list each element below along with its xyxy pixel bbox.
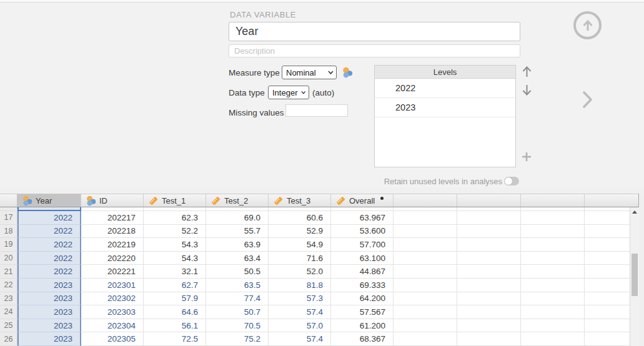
table-cell[interactable]: 57.0 [269, 319, 331, 333]
table-cell[interactable]: 57.3 [269, 292, 331, 306]
empty-cell[interactable] [521, 319, 585, 333]
collapse-editor-button[interactable] [573, 11, 602, 39]
table-cell[interactable]: 32.1 [144, 265, 206, 279]
table-cell[interactable]: 2023 [17, 279, 81, 292]
empty-cell[interactable] [457, 238, 521, 252]
table-cell[interactable]: 71.6 [269, 252, 331, 265]
table-cell[interactable]: 81.8 [269, 279, 331, 292]
table-cell[interactable]: 2022 [17, 211, 81, 225]
row-number[interactable]: 23 [0, 292, 17, 306]
empty-cell[interactable] [394, 305, 457, 319]
empty-cell[interactable] [457, 305, 521, 319]
table-cell[interactable]: 44.867 [331, 265, 394, 279]
row-number[interactable]: 19 [0, 238, 17, 252]
empty-cell[interactable] [521, 252, 585, 265]
move-level-down-button[interactable] [522, 84, 532, 96]
next-variable-button[interactable] [581, 91, 595, 109]
table-cell[interactable]: 77.4 [206, 292, 269, 306]
empty-cell[interactable] [521, 225, 585, 239]
row-number[interactable]: 21 [0, 265, 17, 279]
column-header-empty[interactable] [394, 194, 457, 207]
table-cell[interactable]: 2023 [17, 332, 81, 346]
table-cell[interactable]: 202305 [81, 332, 144, 346]
table-cell[interactable]: 54.3 [144, 238, 206, 252]
row-number[interactable]: 18 [0, 225, 17, 239]
empty-cell[interactable] [521, 265, 585, 279]
empty-cell[interactable] [457, 279, 521, 292]
level-item[interactable]: 2023 [375, 98, 515, 117]
table-cell[interactable]: 63.4 [206, 252, 269, 265]
table-cell[interactable]: 2022 [17, 238, 81, 252]
table-cell[interactable]: 2022 [17, 265, 81, 279]
table-cell[interactable]: 68.367 [331, 332, 394, 346]
empty-cell[interactable] [457, 265, 521, 279]
empty-cell[interactable] [521, 292, 585, 306]
empty-cell[interactable] [394, 211, 457, 225]
empty-cell[interactable] [521, 211, 585, 225]
row-number[interactable]: 26 [0, 332, 17, 346]
table-cell[interactable]: 57.567 [331, 305, 394, 319]
empty-cell[interactable] [394, 225, 457, 239]
row-number[interactable]: 17 [0, 211, 17, 225]
variable-description-input[interactable] [229, 44, 520, 57]
table-cell[interactable]: 69.0 [206, 211, 269, 225]
empty-cell[interactable] [394, 265, 457, 279]
retain-levels-toggle[interactable] [504, 177, 519, 185]
empty-cell[interactable] [394, 332, 457, 346]
table-cell[interactable]: 55.7 [206, 225, 269, 239]
table-cell[interactable]: 2022 [17, 225, 81, 239]
move-level-up-button[interactable] [522, 66, 532, 78]
table-cell[interactable]: 202303 [81, 305, 144, 319]
table-cell[interactable]: 57.4 [269, 305, 331, 319]
empty-cell[interactable] [457, 252, 521, 265]
header-corner-cell[interactable] [0, 194, 17, 207]
table-cell[interactable]: 57.700 [331, 238, 394, 252]
column-header-empty[interactable] [585, 194, 639, 207]
table-cell[interactable]: 54.3 [144, 252, 206, 265]
table-cell[interactable]: 63.100 [331, 252, 394, 265]
data-type-select[interactable]: Integer [268, 86, 309, 99]
empty-cell[interactable] [394, 319, 457, 333]
row-number[interactable]: 22 [0, 279, 17, 292]
vertical-scrollbar[interactable] [630, 207, 639, 346]
table-cell[interactable]: 202304 [81, 319, 144, 333]
column-header-test3[interactable]: Test_3 [269, 194, 331, 207]
table-cell[interactable]: 202301 [81, 279, 144, 292]
table-cell[interactable]: 57.4 [269, 332, 331, 346]
table-cell[interactable]: 64.6 [144, 305, 206, 319]
column-header-year[interactable]: Year [17, 194, 81, 207]
table-cell[interactable]: 53.600 [331, 225, 394, 239]
table-cell[interactable]: 61.200 [331, 319, 394, 333]
column-header-test2[interactable]: Test_2 [206, 194, 269, 207]
missing-values-input[interactable] [285, 104, 348, 117]
table-cell[interactable]: 52.0 [269, 265, 331, 279]
empty-cell[interactable] [457, 332, 521, 346]
table-cell[interactable]: 50.5 [206, 265, 269, 279]
add-level-button[interactable] [521, 151, 532, 162]
empty-cell[interactable] [394, 252, 457, 265]
table-cell[interactable]: 75.2 [206, 332, 269, 346]
table-cell[interactable]: 72.5 [144, 332, 206, 346]
table-cell[interactable]: 69.333 [331, 279, 394, 292]
column-header-test1[interactable]: Test_1 [144, 194, 206, 207]
empty-cell[interactable] [394, 238, 457, 252]
table-cell[interactable]: 54.9 [269, 238, 331, 252]
column-header-overall[interactable]: Overall [331, 194, 394, 207]
row-number[interactable]: 25 [0, 319, 17, 333]
row-number[interactable]: 24 [0, 305, 17, 319]
empty-cell[interactable] [521, 279, 585, 292]
table-cell[interactable]: 60.6 [269, 211, 331, 225]
measure-type-select[interactable]: Nominal [282, 66, 337, 79]
table-cell[interactable]: 2023 [17, 319, 81, 333]
table-cell[interactable]: 2023 [17, 292, 81, 306]
empty-cell[interactable] [521, 305, 585, 319]
table-cell[interactable]: 52.9 [269, 225, 331, 239]
variable-name-input[interactable] [229, 22, 520, 41]
level-item[interactable]: 2022 [375, 79, 515, 98]
empty-cell[interactable] [457, 292, 521, 306]
table-cell[interactable]: 202220 [81, 252, 144, 265]
table-cell[interactable]: 63.9 [206, 238, 269, 252]
column-header-empty[interactable] [457, 194, 521, 207]
table-cell[interactable]: 56.1 [144, 319, 206, 333]
empty-cell[interactable] [457, 225, 521, 239]
